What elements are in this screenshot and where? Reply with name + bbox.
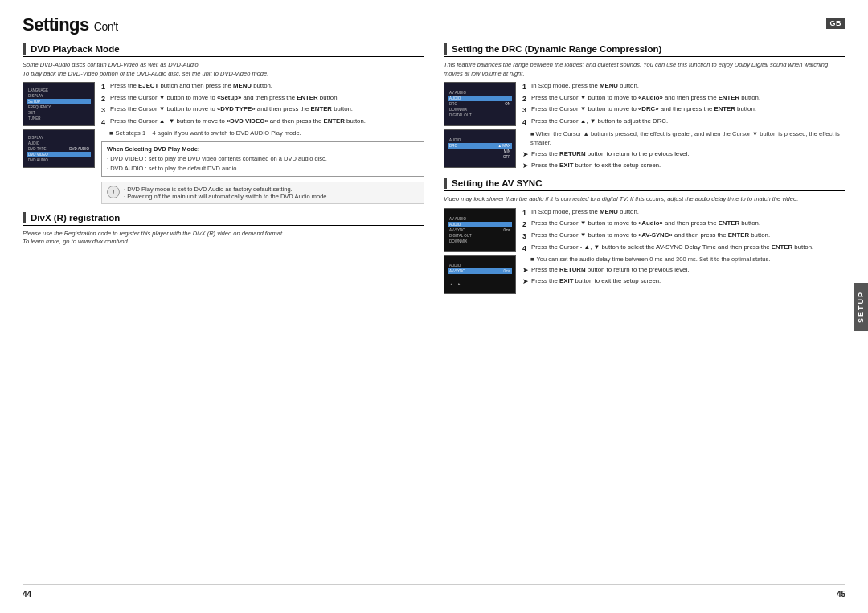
av-step-2: 2 Press the Cursor ▼ button to move to «…: [522, 219, 845, 230]
dvd-screens: LANGUAGE DISPLAY SETUP FREQUENCY SET TUN…: [23, 82, 95, 204]
av-sync-header: Setting the AV SYNC: [444, 178, 845, 191]
divx-subtitle: Please use the Registration code to regi…: [23, 230, 424, 247]
main-content: DVD Playback Mode Some DVD-Audio discs c…: [23, 43, 845, 584]
drc-step-3: 3 Press the Cursor ▼ button to move to «…: [522, 105, 845, 116]
av-sync-title: Setting the AV SYNC: [452, 178, 542, 188]
page-title: Settings: [23, 14, 89, 35]
divx-section: DivX (R) registration Please use the Reg…: [23, 212, 424, 251]
av-step-4: 4 Press the Cursor - ▲, ▼ button to sele…: [522, 243, 845, 254]
drc-header: Setting the DRC (Dynamic Range Compressi…: [444, 43, 845, 57]
av-return: ➤ Press the RETURN button to return to t…: [522, 266, 845, 274]
drc-instructions: 1 In Stop mode, press the MENU button. 2…: [522, 82, 845, 170]
drc-screens: AV AUDIO AUDIO DRCON DOWNMIX DIGITAL OUT…: [444, 82, 516, 170]
drc-return: ➤ Press the RETURN button to return to t…: [522, 150, 845, 158]
notice-text: · DVD Play mode is set to DVD Audio as f…: [124, 186, 329, 200]
av-sync-body: AV AUDIO AUDIO AV-SYNC0ms DIGITAL OUT DO…: [444, 208, 845, 294]
page-subtitle: Con't: [94, 20, 118, 33]
page-num-right: 45: [837, 590, 845, 599]
drc-step-2: 2 Press the Cursor ▼ button to move to «…: [522, 94, 845, 104]
drc-step-1: 1 In Stop mode, press the MENU button.: [522, 82, 845, 92]
page-header: Settings Con't GB: [23, 14, 845, 35]
dvd-playback-header: DVD Playback Mode: [23, 43, 424, 57]
av-sync-instructions: 1 In Stop mode, press the MENU button. 2…: [522, 208, 845, 294]
divx-title: DivX (R) registration: [31, 213, 120, 223]
left-column: DVD Playback Mode Some DVD-Audio discs c…: [23, 43, 424, 584]
section-bar-av-sync: [444, 178, 447, 189]
section-bar-divx: [23, 212, 26, 223]
av-sync-subtitle: Video may look slower than the audio if …: [444, 195, 845, 204]
av-sync-screen-2: AUDIO AV-SYNC0ms ◄ ►: [444, 255, 516, 294]
section-bar: [23, 43, 26, 55]
av-sync-section: Setting the AV SYNC Video may look slowe…: [444, 178, 845, 294]
drc-step-4: 4 Press the Cursor ▲, ▼ button to adjust…: [522, 117, 845, 128]
when-selecting-box: When Selecting DVD Play Mode: · DVD VIDE…: [101, 141, 424, 177]
drc-screen-2: AUDIO DRC▲ MAX MIN OFF: [444, 129, 516, 168]
dvd-step-note: ■ Set steps 1 ~ 4 again if you want to s…: [109, 129, 424, 137]
dvd-playback-body: LANGUAGE DISPLAY SETUP FREQUENCY SET TUN…: [23, 82, 424, 204]
av-note: ■ You can set the audio delay time betwe…: [530, 255, 845, 263]
right-column: Setting the DRC (Dynamic Range Compressi…: [444, 43, 845, 584]
setup-tab: SETUP: [854, 282, 868, 330]
dvd-step-1: 1 Press the EJECT button and then press …: [101, 82, 424, 92]
notice-box: ! · DVD Play mode is set to DVD Audio as…: [101, 182, 424, 204]
drc-note: ■ When the Cursor ▲ button is pressed, t…: [530, 130, 845, 147]
when-selecting-dvd-video: · DVD VIDEO : set to play the DVD video …: [107, 154, 419, 163]
dvd-step-3: 3 Press the Cursor ▼ button to move to «…: [101, 105, 424, 116]
page-num-left: 44: [23, 590, 31, 599]
av-step-1: 1 In Stop mode, press the MENU button.: [522, 208, 845, 219]
divx-header: DivX (R) registration: [23, 212, 424, 226]
drc-section: Setting the DRC (Dynamic Range Compressi…: [444, 43, 845, 170]
when-selecting-dvd-audio: · DVD AUDIO : set to play the default DV…: [107, 164, 419, 173]
av-step-3: 3 Press the Cursor ▼ button to move to «…: [522, 231, 845, 242]
dvd-playback-title: DVD Playback Mode: [31, 44, 120, 54]
dvd-playback-section: DVD Playback Mode Some DVD-Audio discs c…: [23, 43, 424, 204]
dvd-screen-1: LANGUAGE DISPLAY SETUP FREQUENCY SET TUN…: [23, 82, 95, 126]
drc-screen-1: AV AUDIO AUDIO DRCON DOWNMIX DIGITAL OUT: [444, 82, 516, 126]
gb-badge: GB: [826, 18, 846, 29]
page: Settings Con't GB DVD Playback Mode Some…: [0, 0, 868, 613]
drc-body: AV AUDIO AUDIO DRCON DOWNMIX DIGITAL OUT…: [444, 82, 845, 170]
dvd-playback-instructions: 1 Press the EJECT button and then press …: [101, 82, 424, 204]
av-sync-screens: AV AUDIO AUDIO AV-SYNC0ms DIGITAL OUT DO…: [444, 208, 516, 294]
notice-icon: !: [107, 186, 120, 198]
dvd-screen-2: DISPLAY AUDIO DVD TYPEDVD AUDIO DVD VIDE…: [23, 129, 95, 168]
dvd-step-4: 4 Press the Cursor ▲, ▼ button to move t…: [101, 117, 424, 128]
dvd-step-2: 2 Press the Cursor ▼ button to move to «…: [101, 94, 424, 104]
drc-title: Setting the DRC (Dynamic Range Compressi…: [452, 44, 661, 54]
drc-subtitle: This feature balances the range between …: [444, 61, 845, 78]
section-bar-drc: [444, 43, 447, 55]
av-sync-screen-1: AV AUDIO AUDIO AV-SYNC0ms DIGITAL OUT DO…: [444, 208, 516, 252]
av-exit: ➤ Press the EXIT button to exit the setu…: [522, 277, 845, 285]
page-footer: 44 45: [23, 584, 845, 599]
when-selecting-title: When Selecting DVD Play Mode:: [107, 145, 419, 153]
drc-exit: ➤ Press the EXIT button to exit the setu…: [522, 161, 845, 170]
dvd-playback-subtitle: Some DVD-Audio discs contain DVD-Video a…: [23, 61, 424, 78]
